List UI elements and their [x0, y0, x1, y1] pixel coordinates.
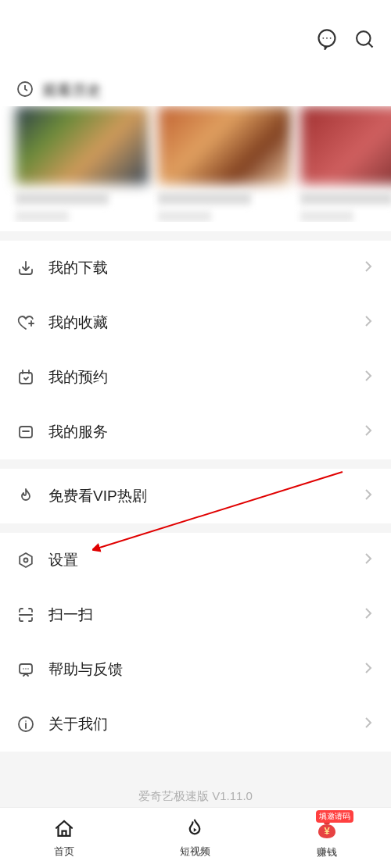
menu-group-settings: 设置 扫一扫 帮助与反馈 [0, 533, 391, 752]
row-help-feedback[interactable]: 帮助与反馈 [0, 642, 391, 697]
nav-label: 短视频 [180, 845, 210, 859]
nav-short-video[interactable]: 短视频 [180, 817, 210, 859]
svg-rect-6 [20, 373, 32, 384]
svg-point-8 [24, 559, 28, 563]
row-services[interactable]: 我的服务 [0, 405, 391, 459]
row-label: 帮助与反馈 [48, 659, 364, 680]
heart-plus-icon [16, 313, 36, 333]
earn-badge: 填邀请码 [316, 810, 353, 823]
row-favorites[interactable]: 我的收藏 [0, 295, 391, 350]
svg-point-4 [357, 31, 371, 45]
chevron-right-icon [364, 370, 372, 385]
chevron-right-icon [364, 315, 372, 330]
version-line: 爱奇艺极速版 V1.11.0 [0, 789, 391, 804]
svg-point-11 [25, 668, 27, 670]
svg-rect-7 [20, 427, 32, 438]
clock-icon [16, 80, 34, 102]
history-card[interactable] [300, 106, 391, 222]
menu-group-my: 我的下载 我的收藏 我的预约 [0, 241, 391, 459]
svg-point-2 [326, 38, 328, 39]
row-downloads[interactable]: 我的下载 [0, 241, 391, 295]
row-label: 我的预约 [48, 367, 364, 388]
calendar-icon [16, 367, 36, 388]
chevron-right-icon [364, 488, 372, 504]
service-icon [16, 422, 36, 442]
svg-text:¥: ¥ [324, 825, 330, 837]
bottom-nav: 首页 短视频 填邀请码 ¥ 赚钱 [0, 807, 391, 868]
feedback-icon [16, 659, 36, 680]
row-label: 扫一扫 [48, 605, 364, 625]
row-scan[interactable]: 扫一扫 [0, 588, 391, 642]
row-reservations[interactable]: 我的预约 [0, 350, 391, 405]
row-label: 我的服务 [48, 422, 364, 442]
row-label: 设置 [48, 550, 364, 570]
row-label: 关于我们 [48, 714, 364, 734]
search-icon[interactable] [353, 28, 375, 50]
row-label: 我的收藏 [48, 313, 364, 333]
chevron-right-icon [364, 424, 372, 440]
row-free-vip[interactable]: 免费看VIP热剧 [0, 469, 391, 523]
history-card[interactable] [158, 106, 291, 222]
fire-icon [16, 486, 36, 506]
chevron-right-icon [364, 260, 372, 276]
short-video-icon [183, 817, 206, 843]
row-label: 免费看VIP热剧 [48, 486, 364, 506]
top-bar [0, 0, 391, 78]
svg-point-12 [27, 668, 29, 670]
chevron-right-icon [364, 552, 372, 568]
nav-label: 赚钱 [317, 845, 337, 859]
nav-earn-money[interactable]: 填邀请码 ¥ 赚钱 [314, 816, 339, 859]
history-card[interactable] [16, 106, 149, 222]
scan-icon [16, 605, 36, 625]
row-settings[interactable]: 设置 [0, 533, 391, 588]
chevron-right-icon [364, 716, 372, 732]
download-icon [16, 258, 36, 278]
history-title: 观看历史 [42, 80, 102, 101]
svg-point-3 [330, 38, 332, 39]
watch-history-section: 观看历史 [0, 78, 391, 231]
chevron-right-icon [364, 607, 372, 623]
chat-icon[interactable] [316, 28, 338, 50]
info-icon [16, 714, 36, 734]
chevron-right-icon [364, 662, 372, 677]
row-about[interactable]: 关于我们 [0, 697, 391, 752]
nav-home[interactable]: 首页 [52, 817, 76, 859]
svg-point-1 [322, 38, 324, 39]
row-label: 我的下载 [48, 258, 364, 278]
home-icon [52, 817, 76, 843]
menu-group-vip: 免费看VIP热剧 [0, 469, 391, 523]
svg-point-10 [23, 668, 24, 670]
svg-point-14 [25, 720, 27, 722]
nav-label: 首页 [54, 845, 74, 859]
gear-icon [16, 550, 36, 570]
